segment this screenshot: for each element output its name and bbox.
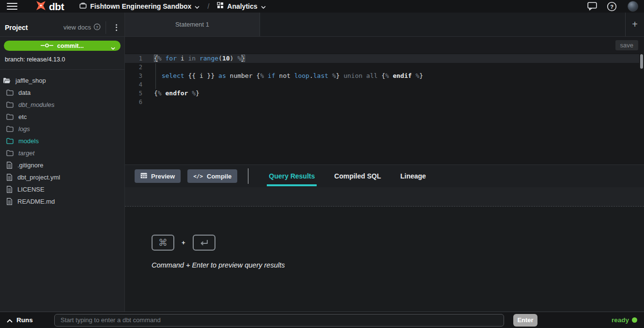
save-button[interactable]: save	[615, 40, 638, 50]
sidebar-header: Project view docs ?	[0, 13, 124, 37]
svg-text:?: ?	[610, 3, 613, 9]
status-label: ready	[612, 316, 629, 324]
grid-icon	[217, 2, 224, 11]
folder-icon	[6, 114, 14, 120]
branch-label: branch: release/4.13.0	[4, 51, 121, 69]
runs-label: Runs	[16, 316, 33, 324]
dbt-command-input[interactable]	[54, 314, 504, 327]
code-editor[interactable]: 1{% for i in range(10) %}23 select {{ i …	[125, 53, 644, 165]
indent-guide	[155, 63, 156, 89]
tree-item-models[interactable]: models	[0, 135, 124, 147]
chevron-down-icon	[261, 2, 266, 11]
user-avatar[interactable]	[628, 1, 638, 12]
folder-open-icon	[3, 77, 11, 84]
briefcase-icon	[79, 2, 87, 11]
account-switcher[interactable]: Fishtown Engineering Sandbox	[79, 2, 199, 11]
results-tabs: Query ResultsCompiled SQLLineage	[259, 165, 435, 187]
help-icon[interactable]: ?	[607, 1, 617, 12]
code-line-content	[142, 63, 154, 72]
tree-item-label: logs	[18, 125, 30, 133]
main-panel: Statement 1 + save 1{% for i in range(10…	[125, 13, 644, 312]
help-circle-icon: ?	[93, 23, 101, 32]
sidebar-menu-icon[interactable]	[111, 22, 122, 33]
folder-icon	[6, 138, 14, 144]
project-switcher[interactable]: Analytics	[217, 2, 265, 11]
project-name: Analytics	[227, 2, 257, 10]
tree-item-label: data	[18, 89, 31, 96]
code-line-content: select {{ i }} as number {% if not loop.…	[142, 72, 423, 80]
results-tab-query-results[interactable]: Query Results	[269, 165, 315, 187]
shortcut-keys: ⌘ +	[152, 235, 644, 251]
hamburger-menu-icon[interactable]	[7, 3, 17, 10]
results-tab-compiled-sql[interactable]: Compiled SQL	[334, 165, 381, 187]
preview-button[interactable]: Preview	[135, 169, 181, 183]
file-explorer-sidebar: Project view docs ? commit...	[0, 13, 125, 312]
chevron-down-icon	[111, 45, 115, 51]
editor-scrollbar[interactable]	[640, 54, 643, 69]
dbt-logo[interactable]: dbt	[35, 0, 64, 14]
tree-item-label: dbt_modules	[18, 101, 54, 108]
folder-icon	[6, 89, 14, 96]
runs-toggle[interactable]: Runs	[7, 316, 54, 325]
tree-item-target[interactable]: target	[0, 147, 124, 159]
tree-item-logs[interactable]: logs	[0, 123, 124, 135]
status-bar: Runs Enter ready	[0, 312, 644, 328]
enter-key-icon	[193, 235, 215, 251]
tree-item-label: README.md	[17, 198, 55, 205]
line-number: 2	[125, 63, 142, 72]
commit-button[interactable]: commit...	[4, 41, 121, 51]
file-tree: jaffle_shopdatadbt_modulesetclogsmodelst…	[0, 70, 124, 312]
keys-plus: +	[182, 239, 185, 246]
code-line-4: 4	[125, 80, 639, 89]
tree-item-label: jaffle_shop	[15, 77, 46, 84]
tree-item-jaffle-shop[interactable]: jaffle_shop	[0, 75, 124, 87]
tree-item-dbt-project-yml[interactable]: dbt_project.yml	[0, 171, 124, 183]
line-number: 1	[125, 54, 142, 63]
results-toolbar: Preview </> Compile Query ResultsCompile…	[125, 165, 644, 187]
line-number: 6	[125, 98, 142, 106]
tab-statement-1[interactable]: Statement 1	[125, 13, 260, 36]
dbt-logo-icon	[35, 0, 47, 14]
new-tab-button[interactable]: +	[626, 13, 644, 36]
top-bar: dbt Fishtown Engineering Sandbox / Analy…	[0, 0, 644, 13]
view-docs-link[interactable]: view docs ?	[63, 23, 101, 32]
commit-button-label: commit...	[57, 43, 84, 49]
tree-item-label: models	[18, 137, 39, 145]
tree-item-label: target	[18, 149, 34, 157]
editor-tab-bar: Statement 1 +	[125, 13, 644, 37]
code-line-2: 2	[125, 63, 639, 72]
table-grid-icon	[140, 173, 147, 180]
breadcrumb-separator: /	[207, 2, 209, 10]
sidebar-title: Project	[5, 24, 28, 31]
compile-button-label: Compile	[207, 173, 231, 180]
tree-item-label: .gitignore	[17, 162, 43, 169]
code-line-content	[142, 80, 154, 89]
file-icon	[6, 174, 13, 181]
code-line-content: {% for i in range(10) %}	[142, 54, 245, 63]
tree-item-label: dbt_project.yml	[17, 174, 60, 181]
tab-bar-empty-space	[260, 13, 626, 36]
tree-item-dbt-modules[interactable]: dbt_modules	[0, 99, 124, 111]
command-key-icon: ⌘	[152, 235, 174, 251]
code-line-5: 5{% endfor %}	[125, 89, 639, 98]
code-line-6: 6	[125, 98, 639, 106]
compile-button[interactable]: </> Compile	[187, 169, 237, 183]
code-line-1: 1{% for i in range(10) %}	[125, 54, 639, 63]
folder-icon	[6, 150, 14, 156]
enter-button[interactable]: Enter	[513, 314, 537, 327]
file-icon	[6, 198, 13, 205]
feedback-chat-icon[interactable]	[587, 2, 597, 11]
file-icon	[6, 186, 13, 193]
tree-item-data[interactable]: data	[0, 87, 124, 99]
results-tab-lineage[interactable]: Lineage	[400, 165, 426, 187]
toolbar-divider	[248, 168, 248, 184]
line-number: 3	[125, 72, 142, 80]
tree-item-license[interactable]: LICENSE	[0, 183, 124, 195]
tree-item-etc[interactable]: etc	[0, 111, 124, 123]
tree-item-label: etc	[18, 113, 27, 120]
tree-item-readme-md[interactable]: README.md	[0, 195, 124, 208]
tree-item-gitignore[interactable]: .gitignore	[0, 159, 124, 171]
file-icon	[6, 162, 13, 169]
chevron-up-icon	[7, 316, 13, 325]
line-number: 5	[125, 89, 142, 98]
